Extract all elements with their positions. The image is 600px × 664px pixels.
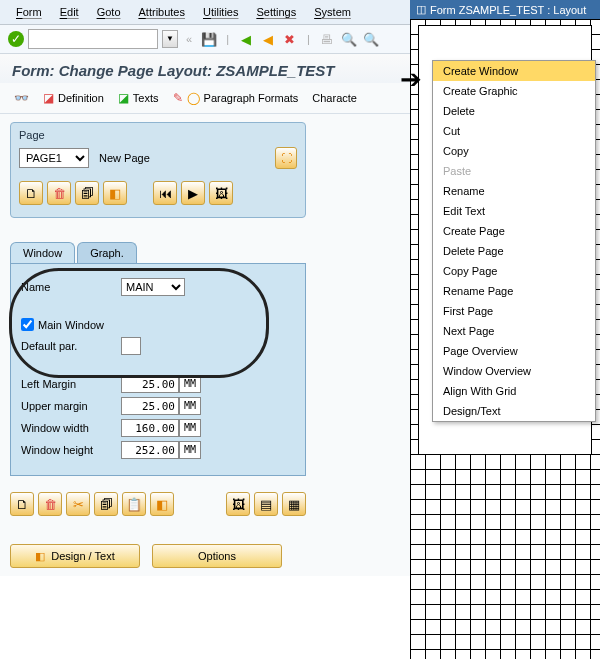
tab-graph[interactable]: Graph. (77, 242, 137, 263)
cut-button[interactable]: ✂ (66, 492, 90, 516)
delete2-button[interactable]: 🗑 (38, 492, 62, 516)
texts-icon: ◪ (118, 91, 129, 105)
window-height-unit: MM (179, 441, 201, 459)
copy-icon: 🗐 (81, 186, 94, 201)
menu-utilities[interactable]: Utilities (195, 4, 246, 20)
delete-button[interactable]: 🗑 (47, 181, 71, 205)
definition-icon: ◪ (43, 91, 54, 105)
rename-icon: ◧ (156, 497, 168, 512)
rename-button[interactable]: ◧ (103, 181, 127, 205)
ctx-window-overview[interactable]: Window Overview (433, 361, 595, 381)
exit-icon[interactable]: ◀ (259, 30, 277, 48)
window-width-label: Window width (21, 422, 121, 434)
trash-icon: 🗑 (53, 186, 66, 201)
menu-edit[interactable]: Edit (52, 4, 87, 20)
ctx-create-page[interactable]: Create Page (433, 221, 595, 241)
upper-margin-unit: MM (179, 397, 201, 415)
find-next-icon[interactable]: 🔍 (362, 30, 380, 48)
toggle-button[interactable]: 👓 (10, 89, 33, 107)
name-label: Name (21, 281, 121, 293)
ctx-page-overview[interactable]: Page Overview (433, 341, 595, 361)
ctx-first-page[interactable]: First Page (433, 301, 595, 321)
design-text-button[interactable]: ◧ Design / Text (10, 544, 140, 568)
ctx-create-graphic[interactable]: Create Graphic (433, 81, 595, 101)
paragraph-button[interactable]: ✎◯Paragraph Formats (169, 89, 303, 107)
ctx-rename-page[interactable]: Rename Page (433, 281, 595, 301)
copy-icon: 🗐 (100, 497, 113, 512)
menu-settings[interactable]: Settings (248, 4, 304, 20)
next-icon: ▶ (188, 186, 198, 201)
window-height-input[interactable] (121, 441, 179, 459)
paste-icon: 📋 (126, 497, 142, 512)
ctx-cut[interactable]: Cut (433, 121, 595, 141)
context-menu: Create WindowCreate GraphicDeleteCutCopy… (432, 60, 596, 422)
image-button[interactable]: 🖼 (209, 181, 233, 205)
menu-system[interactable]: System (306, 4, 359, 20)
texts-button[interactable]: ◪Texts (114, 89, 163, 107)
first-button[interactable]: ⏮ (153, 181, 177, 205)
trash-icon: 🗑 (44, 497, 57, 512)
page-select[interactable]: PAGE1 (19, 148, 89, 168)
copy-button[interactable]: 🗐 (75, 181, 99, 205)
menu-form[interactable]: Form (8, 4, 50, 20)
ctx-edit-text[interactable]: Edit Text (433, 201, 595, 221)
page-panel-label: Page (19, 129, 297, 141)
layout-title: Form ZSAMPLE_TEST : Layout (430, 4, 586, 16)
ctx-align-with-grid[interactable]: Align With Grid (433, 381, 595, 401)
back-icon[interactable]: ◀ (237, 30, 255, 48)
image2-button[interactable]: 🖼 (226, 492, 250, 516)
command-field[interactable] (28, 29, 158, 49)
ctx-next-page[interactable]: Next Page (433, 321, 595, 341)
bottom-icon-row: 🗋 🗑 ✂ 🗐 📋 ◧ 🖼 ▤ ▦ (10, 492, 306, 516)
ctx-rename[interactable]: Rename (433, 181, 595, 201)
find-icon[interactable]: 🔍 (340, 30, 358, 48)
copy2-button[interactable]: 🗐 (94, 492, 118, 516)
ctx-copy[interactable]: Copy (433, 141, 595, 161)
name-select[interactable]: MAIN (121, 278, 185, 296)
default-par-input[interactable] (121, 337, 141, 355)
first-icon: ⏮ (159, 186, 172, 201)
menu-attributes[interactable]: Attributes (131, 4, 193, 20)
image-icon: 🖼 (215, 186, 228, 201)
character-button[interactable]: Characte (308, 90, 361, 106)
cancel-icon[interactable]: ✖ (281, 30, 299, 48)
ctx-delete[interactable]: Delete (433, 101, 595, 121)
save-icon[interactable]: 💾 (200, 30, 218, 48)
paste-button[interactable]: 📋 (122, 492, 146, 516)
left-margin-label: Left Margin (21, 378, 121, 390)
enter-icon[interactable]: ✓ (8, 31, 24, 47)
upper-margin-label: Upper margin (21, 400, 121, 412)
next-button[interactable]: ▶ (181, 181, 205, 205)
overview-button[interactable]: ▤ (254, 492, 278, 516)
create-button[interactable]: 🗋 (19, 181, 43, 205)
document-icon: 🗋 (16, 497, 29, 512)
window-tab-panel: Name MAIN Main Window Default par. Left … (10, 263, 306, 476)
glasses-icon: 👓 (14, 91, 29, 105)
design-icon: ◧ (35, 550, 45, 563)
window-width-input[interactable] (121, 419, 179, 437)
main-window-checkbox[interactable] (21, 318, 34, 331)
default-par-label: Default par. (21, 340, 121, 352)
ctx-delete-page[interactable]: Delete Page (433, 241, 595, 261)
print-icon[interactable]: 🖶 (318, 30, 336, 48)
left-margin-input[interactable] (121, 375, 179, 393)
upper-margin-input[interactable] (121, 397, 179, 415)
ctx-create-window[interactable]: Create Window (433, 61, 595, 81)
window-width-unit: MM (179, 419, 201, 437)
image-icon: 🖼 (232, 497, 245, 512)
ctx-copy-page[interactable]: Copy Page (433, 261, 595, 281)
tab-window[interactable]: Window (10, 242, 75, 263)
command-dropdown[interactable]: ▼ (162, 30, 178, 48)
window-icon: ◫ (416, 3, 426, 16)
rename-icon: ◧ (109, 186, 121, 201)
options-button[interactable]: Options (152, 544, 282, 568)
create2-button[interactable]: 🗋 (10, 492, 34, 516)
grid-button[interactable]: ▦ (282, 492, 306, 516)
menu-goto[interactable]: Goto (89, 4, 129, 20)
fullscreen-button[interactable]: ⛶ (275, 147, 297, 169)
page-panel: Page PAGE1 New Page ⛶ 🗋 🗑 🗐 ◧ ⏮ ▶ 🖼 (10, 122, 306, 218)
rename2-button[interactable]: ◧ (150, 492, 174, 516)
ctx-design-text[interactable]: Design/Text (433, 401, 595, 421)
layout-titlebar[interactable]: ◫ Form ZSAMPLE_TEST : Layout (410, 0, 600, 19)
definition-button[interactable]: ◪Definition (39, 89, 108, 107)
